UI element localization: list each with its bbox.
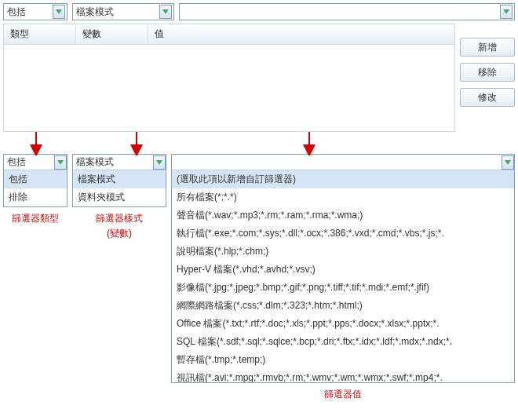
type-dropdown-selected: 包括 (4, 155, 53, 169)
value-option[interactable]: (選取此項以新增自訂篩選器) (172, 170, 514, 188)
expanded-dropdowns: 包括 包括 排除 篩選器類型 檔案模式 檔案模式 資料夾模式 (3, 154, 515, 401)
filter-table-area: 類型 變數 值 新增 移除 修改 (3, 24, 515, 132)
chevron-down-icon[interactable] (153, 155, 166, 170)
chevron-down-icon[interactable] (500, 5, 513, 19)
annotation-arrows (3, 132, 505, 154)
value-label: 篩選器值 (171, 388, 515, 401)
value-option[interactable]: 聲音檔(*.wav;*.mp3;*.rm;*.ram;*.rma;*.wma;) (172, 206, 514, 225)
remove-button[interactable]: 移除 (460, 63, 515, 82)
col-var-header[interactable]: 變數 (76, 24, 148, 44)
type-combo-value: 包括 (7, 5, 51, 19)
chevron-down-icon[interactable] (502, 155, 514, 170)
type-option-exclude[interactable]: 排除 (4, 188, 67, 206)
type-combo[interactable]: 包括 (3, 3, 67, 20)
chevron-down-icon[interactable] (54, 155, 67, 170)
type-label: 篩選器類型 (3, 212, 67, 225)
type-dropdown-open[interactable]: 包括 包括 排除 (3, 154, 67, 207)
modify-button[interactable]: 修改 (460, 88, 515, 107)
value-option[interactable]: 執行檔(*.exe;*.com;*.sys;*.dll;*.ocx;*.386;… (172, 225, 514, 243)
filter-top-row: 包括 檔案模式 (3, 3, 515, 20)
mode-option-file[interactable]: 檔案模式 (73, 170, 166, 188)
col-type-header[interactable]: 類型 (4, 24, 76, 44)
value-combo[interactable] (179, 3, 515, 20)
value-option[interactable]: 說明檔案(*.hlp;*.chm;) (172, 243, 514, 261)
mode-dropdown-open[interactable]: 檔案模式 檔案模式 資料夾模式 (72, 154, 166, 207)
value-option[interactable]: 影像檔(*.jpg;*.jpeg;*.bmp;*.gif;*.png;*.tif… (172, 279, 514, 297)
value-dropdown-list[interactable]: (選取此項以新增自訂篩選器)所有檔案(*;*.*)聲音檔(*.wav;*.mp3… (172, 170, 514, 382)
mode-combo[interactable]: 檔案模式 (72, 3, 174, 20)
value-option[interactable]: Office 檔案(*.txt;*.rtf;*.doc;*.xls;*.ppt;… (172, 315, 514, 333)
mode-option-folder[interactable]: 資料夾模式 (73, 188, 166, 206)
type-dropdown-list: 包括 排除 (4, 170, 67, 206)
col-value-header[interactable]: 值 (148, 24, 454, 44)
value-option[interactable]: SQL 檔案(*.sdf;*.sql;*.sqlce;*.bcp;*.dri;*… (172, 333, 514, 351)
mode-dropdown-selected: 檔案模式 (73, 155, 151, 169)
arrow-icon (3, 132, 505, 155)
type-option-include[interactable]: 包括 (4, 170, 67, 188)
value-dropdown-open[interactable]: (選取此項以新增自訂篩選器)所有檔案(*;*.*)聲音檔(*.wav;*.mp3… (171, 154, 515, 383)
value-column: (選取此項以新增自訂篩選器)所有檔案(*;*.*)聲音檔(*.wav;*.mp3… (171, 154, 515, 401)
type-column: 包括 包括 排除 篩選器類型 (3, 154, 67, 225)
mode-label-sub: (變數) (72, 227, 166, 240)
filter-table: 類型 變數 值 (3, 24, 455, 132)
mode-combo-value: 檔案模式 (76, 5, 158, 19)
table-body[interactable] (4, 45, 454, 131)
chevron-down-icon[interactable] (159, 5, 172, 19)
value-option[interactable]: 暫存檔(*.tmp;*.temp;) (172, 351, 514, 369)
value-option[interactable]: 網際網路檔案(*.css;*.dlm;*.323;*.htm;*.html;) (172, 297, 514, 315)
value-option[interactable]: Hyper-V 檔案(*.vhd;*.avhd;*.vsv;) (172, 261, 514, 279)
mode-label: 篩選器樣式 (72, 212, 166, 225)
chevron-down-icon[interactable] (53, 5, 65, 19)
table-header: 類型 變數 值 (4, 24, 454, 45)
value-option[interactable]: 視訊檔(*.avi;*.mpg;*.rmvb;*.rm;*.wmv;*.wm;*… (172, 369, 514, 382)
button-column: 新增 移除 修改 (460, 24, 515, 107)
mode-column: 檔案模式 檔案模式 資料夾模式 篩選器樣式 (變數) (72, 154, 166, 240)
mode-dropdown-list: 檔案模式 資料夾模式 (73, 170, 166, 206)
value-option[interactable]: 所有檔案(*;*.*) (172, 188, 514, 206)
add-button[interactable]: 新增 (460, 38, 515, 57)
